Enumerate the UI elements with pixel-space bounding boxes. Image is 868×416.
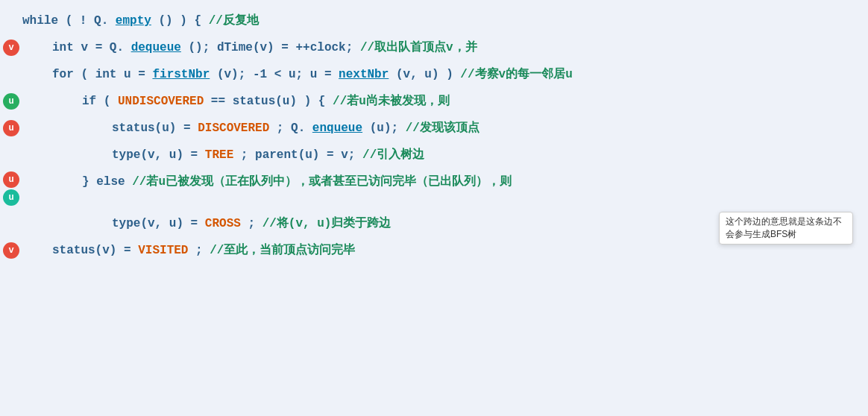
comment-2: //取出队首顶点v，并 [360, 41, 477, 54]
comment-6: //引入树边 [362, 148, 424, 162]
badge-u-1: u [3, 93, 19, 110]
badge-u-2: u [3, 120, 19, 136]
fn-empty: empty [116, 14, 151, 28]
comment-9: //至此，当前顶点访问完毕 [210, 244, 355, 257]
tooltip-cross-edge: 这个跨边的意思就是这条边不会参与生成BFS树 [719, 212, 853, 245]
fn-nextNbr: nextNbr [339, 68, 389, 81]
comment-1: //反复地 [209, 14, 259, 28]
code-line-5: u status(u) = DISCOVERED ; Q. enqueue (u… [0, 115, 868, 142]
double-badge-u: u u [3, 171, 22, 206]
badge-v-1: v [3, 40, 19, 56]
comment-8: //将(v, u)归类于跨边 [262, 217, 391, 230]
code-line-2: v int v = Q. dequeue (); dTime(v) = ++cl… [0, 34, 868, 61]
comment-5: //发现该顶点 [406, 122, 479, 135]
code-line-7: u u } else //若u已被发现（正在队列中），或者甚至已访问完毕（已出队… [0, 168, 868, 210]
code-line-6: type(v, u) = TREE ; parent(u) = v; //引入树… [0, 142, 868, 168]
comment-7: //若u已被发现（正在队列中），或者甚至已访问完毕（已出队列），则 [132, 175, 512, 189]
badge-v-2: v [3, 242, 19, 259]
fn-firstNbr: firstNbr [152, 68, 210, 81]
code-line-4: u if ( UNDISCOVERED == status(u) ) { //若… [0, 88, 868, 115]
code-line-8: type(v, u) = CROSS ; //将(v, u)归类于跨边 这个跨边… [0, 210, 868, 237]
comment-4: //若u尚未被发现，则 [333, 95, 450, 108]
code-line-3: for ( int u = firstNbr (v); -1 < u; u = … [0, 61, 868, 88]
fn-enqueue: enqueue [312, 122, 362, 135]
code-block: while ( ! Q. empty () ) { //反复地 v int v … [0, 0, 868, 416]
keyword-while: while [22, 14, 58, 28]
fn-dequeue: dequeue [131, 41, 181, 54]
comment-3: //考察v的每一邻居u [460, 68, 572, 81]
code-line-1: while ( ! Q. empty () ) { //反复地 [0, 7, 868, 34]
